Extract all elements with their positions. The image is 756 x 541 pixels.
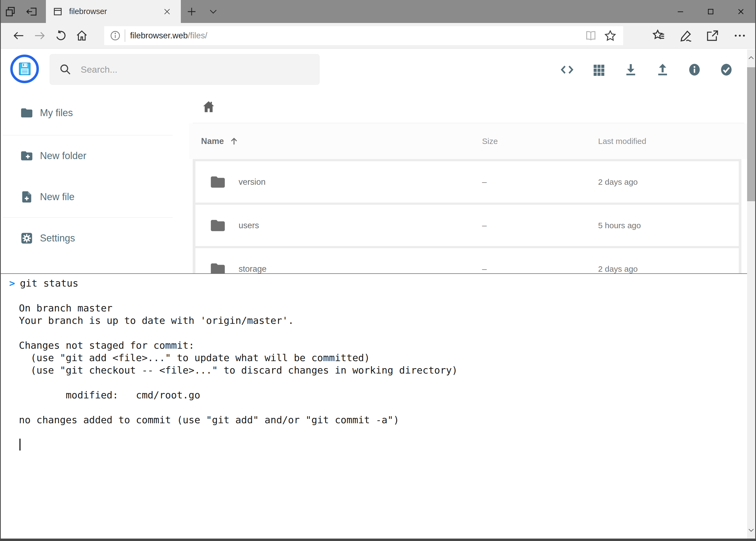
- info-button[interactable]: [687, 63, 701, 77]
- search-box[interactable]: [50, 54, 320, 85]
- address-bar[interactable]: filebrowser.web/files/: [104, 26, 623, 45]
- sidebar-item-label: New folder: [40, 150, 86, 162]
- file-row-users[interactable]: users – 5 hours ago: [195, 205, 739, 246]
- terminal-output: On branch master Your branch is up to da…: [19, 289, 756, 426]
- raw-view-button[interactable]: [560, 63, 574, 77]
- tab-preview-icon: [5, 6, 16, 18]
- set-tabs-aside-icon: [26, 6, 38, 18]
- file-row-version[interactable]: version – 2 days ago: [195, 161, 739, 203]
- upload-icon: [655, 62, 670, 77]
- column-name-label: Name: [201, 136, 224, 146]
- terminal-command: git status: [20, 277, 79, 289]
- add-favorite-button[interactable]: [603, 28, 618, 43]
- file-row-storage[interactable]: storage – 2 days ago: [195, 248, 739, 273]
- folder-icon: [209, 261, 239, 273]
- page-scrollbar[interactable]: [747, 49, 755, 539]
- web-note-button[interactable]: [678, 28, 694, 44]
- chevron-down-icon: [748, 527, 755, 534]
- close-icon: [737, 8, 745, 16]
- column-header-name[interactable]: Name: [201, 136, 482, 146]
- file-size: –: [482, 264, 598, 273]
- favorite-star-icon: [604, 29, 617, 42]
- tab-preview-button[interactable]: [0, 0, 21, 23]
- sidebar-item-new-folder[interactable]: New folder: [0, 135, 175, 176]
- url-text: filebrowser.web/files/: [130, 31, 207, 41]
- info-icon: [110, 30, 121, 41]
- refresh-button[interactable]: [50, 25, 71, 46]
- search-input[interactable]: [81, 64, 307, 75]
- minimize-icon: [676, 8, 684, 16]
- url-path: /files/: [188, 31, 207, 40]
- rows-region: version – 2 days ago users – 5 hours ago…: [193, 159, 741, 273]
- grid-view-button[interactable]: [592, 63, 606, 77]
- column-header-modified[interactable]: Last modified: [598, 137, 748, 146]
- terminal-panel[interactable]: > git status On branch master Your branc…: [0, 273, 756, 539]
- scroll-up-button[interactable]: [747, 49, 755, 66]
- scroll-down-button[interactable]: [747, 522, 755, 539]
- url-host: filebrowser.web: [130, 31, 188, 40]
- browser-tab[interactable]: filebrowser: [46, 0, 181, 23]
- check-circle-icon: [719, 62, 733, 77]
- header-actions: [560, 49, 733, 91]
- scrollbar-track[interactable]: [747, 66, 755, 522]
- sidebar-item-label: New file: [40, 191, 75, 203]
- breadcrumb-home-button[interactable]: [201, 99, 216, 114]
- chevron-down-icon: [209, 7, 218, 16]
- close-icon: [163, 8, 171, 15]
- file-name: users: [239, 221, 482, 231]
- file-listing: Name Size Last modified version – 2 days…: [189, 91, 748, 273]
- home-button[interactable]: [71, 25, 92, 46]
- sidebar-item-settings[interactable]: Settings: [0, 218, 175, 259]
- sidebar: My files New folder New file Settings: [0, 91, 175, 273]
- sidebar-item-new-file[interactable]: New file: [0, 176, 175, 218]
- reading-view-icon: [585, 29, 597, 42]
- hub-star-icon: [652, 29, 666, 43]
- more-icon: [733, 29, 747, 43]
- download-icon: [624, 62, 638, 77]
- file-size: –: [482, 221, 598, 231]
- scrollbar-thumb[interactable]: [747, 67, 755, 201]
- search-icon: [59, 63, 72, 76]
- sidebar-item-label: Settings: [40, 233, 75, 244]
- tab-list-button[interactable]: [202, 0, 224, 23]
- share-button[interactable]: [705, 28, 721, 44]
- folder-icon: [20, 106, 34, 120]
- maximize-button[interactable]: [695, 0, 726, 23]
- window-border-left: [0, 0, 1, 541]
- hub-favorites-button[interactable]: [651, 28, 667, 44]
- select-multiple-button[interactable]: [719, 63, 733, 77]
- forward-icon: [34, 29, 46, 42]
- file-modified: 5 hours ago: [598, 221, 739, 230]
- file-name: storage: [239, 264, 482, 273]
- back-button[interactable]: [8, 25, 29, 46]
- column-header-size[interactable]: Size: [482, 137, 598, 146]
- new-tab-button[interactable]: [181, 0, 202, 23]
- file-size: –: [482, 177, 598, 187]
- terminal-cursor: [19, 439, 21, 450]
- app-header: [0, 49, 756, 91]
- sidebar-item-my-files[interactable]: My files: [0, 91, 175, 135]
- close-window-button[interactable]: [726, 0, 756, 23]
- filebrowser-page: My files New folder New file Settings: [0, 49, 756, 273]
- refresh-icon: [55, 29, 67, 42]
- terminal-prompt: >: [9, 277, 15, 289]
- tabstrip-spacer: [224, 0, 665, 23]
- minimize-button[interactable]: [665, 0, 695, 23]
- download-button[interactable]: [624, 63, 638, 77]
- floppy-disk-icon: [16, 61, 33, 77]
- breadcrumb: [189, 91, 748, 123]
- sidebar-item-label: My files: [40, 107, 73, 119]
- listing-header: Name Size Last modified: [189, 123, 748, 159]
- tab-close-button[interactable]: [160, 5, 174, 18]
- plus-icon: [186, 6, 197, 17]
- upload-button[interactable]: [655, 63, 670, 77]
- set-tabs-aside-button[interactable]: [21, 0, 42, 23]
- more-button[interactable]: [732, 28, 748, 44]
- browser-window: filebrowser: [0, 0, 756, 541]
- window-border-bottom: [0, 539, 756, 541]
- app-logo[interactable]: [10, 55, 39, 83]
- code-icon: [560, 62, 574, 77]
- home-icon: [201, 99, 216, 114]
- file-modified: 2 days ago: [598, 178, 739, 187]
- folder-icon: [209, 174, 239, 191]
